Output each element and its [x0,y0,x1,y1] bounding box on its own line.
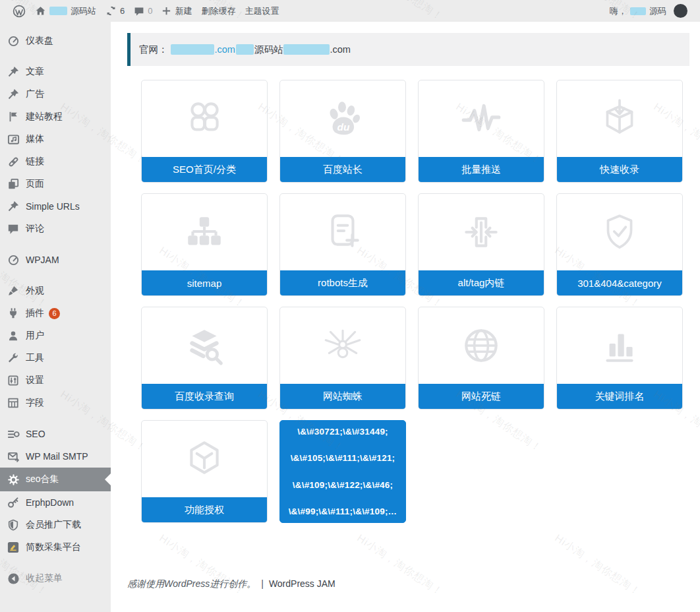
footer-thanks-link[interactable]: 感谢使用WordPress进行创作。 [127,578,256,590]
sidebar-item-plugins[interactable]: 插件6 [0,302,111,324]
card-keyword-ranking[interactable]: 关键词排名 [556,307,683,410]
card-baidu-webmaster[interactable]: du百度站长 [279,80,406,183]
updates-count: 6 [120,6,125,16]
card-label: 百度站长 [280,157,405,182]
card-sitemap[interactable]: sitemap [141,193,268,296]
sidebar-item-label: 插件 [26,307,44,319]
sidebar-item-erphpdown[interactable]: ErphpDown [0,491,111,514]
sidebar-item-tools[interactable]: 工具 [0,347,111,369]
sidebar-item-label: 文章 [26,66,44,78]
sidebar-item-label: 字段 [26,397,44,409]
sidebar-item-label: 建站教程 [26,111,63,123]
dashboard-icon [7,253,20,266]
settings-icon [7,374,20,387]
brush-icon [7,284,20,297]
card-baidu-index-query[interactable]: 百度收录查询 [141,307,268,410]
new-label: 新建 [175,5,192,17]
sidebar-item-users[interactable]: 用户 [0,324,111,347]
sidebar-item-label: 外观 [26,285,44,297]
sidebar-item-dashboard[interactable]: 仪表盘 [0,30,111,52]
sidebar-item-posts[interactable]: 文章 [0,61,111,83]
notice-prefix: 官网： [139,44,168,56]
redaction-block [236,44,254,55]
sidebar-item-label: 评论 [26,223,44,235]
updates-menu[interactable]: 6 [101,0,129,22]
sidebar-item-label: Simple URLs [26,201,80,212]
updates-icon [105,5,117,16]
pin-icon [7,88,20,101]
bar-chart-icon [557,307,682,384]
sidebar-item-jianshu-collector[interactable]: 简数采集平台 [0,536,111,559]
theme-settings-menu[interactable]: 主题设置 [240,0,283,22]
sidebar-item-wp-mail-smtp[interactable]: WP Mail SMTP [0,445,111,468]
comment-icon [134,6,144,16]
sidebar-item-links[interactable]: 链接 [0,150,111,173]
sitemap-icon [142,194,267,270]
clear-cache-menu[interactable]: 删除缓存 [196,0,240,22]
card-quick-include[interactable]: 快速收录 [556,80,683,183]
site-menu[interactable]: 源码站 [30,0,101,22]
site-name-label: 源码站 [71,5,96,17]
official-domain-link[interactable]: .com [215,44,235,55]
card-label: 批量推送 [419,157,544,182]
sidebar-item-media[interactable]: 媒体 [0,128,111,150]
sidebar-item-label: 会员推广下载 [26,519,81,531]
sidebar-item-label: 用户 [26,330,44,342]
pin-icon [7,200,20,213]
sidebar-item-label: WPJAM [26,255,59,265]
card-robots-generate[interactable]: rotbots生成 [279,193,406,296]
sidebar-item-site-tutorials[interactable]: 建站教程 [0,106,111,128]
sidebar-item-member-promo-download[interactable]: 会员推广下载 [0,514,111,536]
comments-menu[interactable]: 0 [129,0,157,22]
dashboard-icon [7,34,20,47]
card-label: 快速收录 [557,157,682,182]
sidebar-item-fields[interactable]: 字段 [0,392,111,414]
card-alt-tag-internal-link[interactable]: alt/tag内链 [418,193,544,296]
admin-footer: 感谢使用WordPress进行创作。 | WordPress JAM [127,578,700,590]
sidebar-item-seo-collection[interactable]: seo合集 [0,468,111,491]
redaction-block [171,44,214,55]
encoded-text-line: \&\#99;\&\#111;\&\#109;… [283,506,403,516]
sidebar-item-wpjam[interactable]: WPJAM [0,249,111,271]
card-encoded-domain[interactable]: \&\#30721;\&\#31449;\&\#105;\&\#111;\&\#… [279,420,406,523]
sidebar-item-seo[interactable]: SEO [0,423,111,445]
wordpress-logo-menu[interactable] [8,0,30,22]
sidebar-item-settings[interactable]: 设置 [0,369,111,392]
sidebar-item-collapse-menu[interactable]: 收起菜单 [0,567,111,590]
card-seo-home-category[interactable]: SEO首页/分类 [141,80,268,183]
globe-icon [419,307,544,384]
sidebar-item-simple-urls[interactable]: Simple URLs [0,195,111,218]
sidebar-item-appearance[interactable]: 外观 [0,280,111,302]
notice-domain-suffix: .com [330,44,350,55]
user-icon [7,329,20,342]
card-feature-license[interactable]: 功能授权 [141,420,268,523]
sidebar-item-label: 工具 [26,352,44,364]
card-label: 301&404&category [557,270,682,295]
collapse-icon [7,572,20,585]
card-site-spider[interactable]: 网站蜘蛛 [279,307,406,410]
card-site-deadlink[interactable]: 网站死链 [418,307,544,410]
doc-plus-icon [280,194,405,270]
sidebar-item-label: seo合集 [26,474,59,485]
update-count-badge: 6 [49,308,60,319]
media-icon [7,133,20,146]
jianshu-icon [7,541,20,554]
compress-icon [419,194,544,270]
card-redirect-404-category[interactable]: 301&404&category [556,193,683,296]
sidebar-item-ads[interactable]: 广告 [0,83,111,106]
seo-list-icon [7,427,20,441]
card-label: 百度收录查询 [142,384,267,409]
encoded-text-line: \&\#109;\&\#122;\&\#46; [283,480,403,490]
clover-icon [142,80,267,157]
new-content-menu[interactable]: 新建 [157,0,196,22]
sidebar-item-pages[interactable]: 页面 [0,173,111,195]
card-batch-push[interactable]: 批量推送 [418,80,544,183]
key-icon [7,496,20,509]
my-account-menu[interactable]: 嗨， 源码 [605,0,692,22]
mail-icon [7,450,20,463]
footer-platform-link[interactable]: WordPress JAM [269,578,335,589]
sidebar-item-comments[interactable]: 评论 [0,218,111,240]
notice-site-label: 源码站 [254,44,283,56]
footer-separator: | [261,578,264,589]
plus-icon [161,6,171,16]
